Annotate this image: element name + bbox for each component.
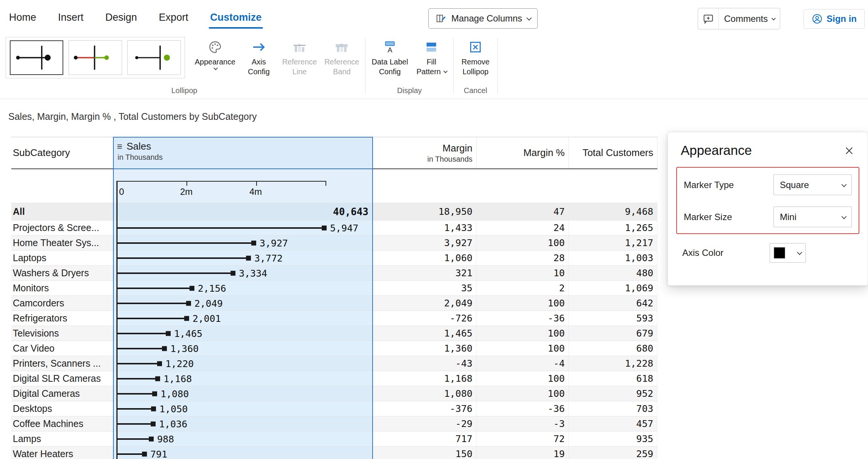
subcategory-cell[interactable]: Televisions bbox=[11, 326, 113, 341]
sales-cell[interactable]: 5,947 bbox=[113, 220, 373, 235]
sales-cell[interactable]: 3,927 bbox=[113, 236, 373, 250]
sales-cell[interactable]: 3,334 bbox=[113, 266, 373, 280]
sales-cell[interactable]: 1,220 bbox=[113, 356, 373, 371]
margin-pct-cell[interactable]: 72 bbox=[477, 431, 569, 446]
column-header-margin-pct[interactable]: Margin % bbox=[477, 137, 569, 168]
margin-cell[interactable]: 35 bbox=[373, 281, 477, 295]
marker-type-dropdown[interactable]: Square bbox=[773, 174, 852, 195]
margin-cell[interactable]: 1,433 bbox=[373, 220, 477, 235]
margin-pct-cell[interactable]: 28 bbox=[477, 251, 569, 265]
fill-pattern-button[interactable]: Fill Pattern bbox=[412, 37, 451, 76]
total-customers-cell[interactable]: 1,228 bbox=[569, 356, 657, 371]
lollipop-style-option-1[interactable] bbox=[10, 40, 63, 75]
total-customers-cell[interactable]: 935 bbox=[569, 431, 657, 446]
subcategory-cell[interactable]: Coffee Machines bbox=[11, 416, 113, 431]
total-customers-cell[interactable]: 1,265 bbox=[569, 220, 657, 235]
sales-cell[interactable]: 2,156 bbox=[113, 281, 373, 295]
total-customers-cell[interactable]: 1,003 bbox=[569, 251, 657, 265]
sales-cell[interactable]: 2,049 bbox=[113, 296, 373, 311]
column-header-sales[interactable]: Sales in Thousands bbox=[113, 137, 373, 168]
total-customers-cell[interactable]: 480 bbox=[569, 266, 657, 280]
column-header-subcategory[interactable]: SubCategory bbox=[11, 137, 113, 168]
subcategory-cell[interactable]: Washers & Dryers bbox=[11, 266, 113, 280]
margin-cell[interactable]: 1,080 bbox=[373, 386, 477, 401]
sales-cell[interactable]: 1,465 bbox=[113, 326, 373, 341]
subcategory-cell[interactable]: Projectors & Scree... bbox=[11, 220, 113, 235]
column-header-margin[interactable]: Margin in Thousands bbox=[373, 137, 477, 168]
menu-item-export[interactable]: Export bbox=[159, 0, 188, 35]
sales-cell[interactable]: 3,772 bbox=[113, 251, 373, 265]
close-icon[interactable] bbox=[843, 144, 856, 157]
subcategory-cell[interactable]: Camcorders bbox=[11, 296, 113, 311]
subcategory-cell[interactable]: Digital SLR Cameras bbox=[11, 371, 113, 386]
margin-cell[interactable]: 1,360 bbox=[373, 341, 477, 356]
margin-pct-cell[interactable]: 47 bbox=[477, 203, 569, 220]
axis-color-dropdown[interactable] bbox=[770, 243, 806, 263]
margin-cell[interactable]: -376 bbox=[373, 401, 477, 416]
margin-pct-cell[interactable]: 24 bbox=[477, 220, 569, 235]
sales-cell[interactable]: 1,036 bbox=[113, 416, 373, 431]
total-customers-cell[interactable]: 952 bbox=[569, 386, 657, 401]
margin-cell[interactable]: -43 bbox=[373, 356, 477, 371]
marker-size-dropdown[interactable]: Mini bbox=[773, 207, 852, 227]
margin-cell[interactable]: 1,465 bbox=[373, 326, 477, 341]
column-header-total-customers[interactable]: Total Customers bbox=[569, 137, 657, 168]
total-customers-cell[interactable]: 1,069 bbox=[569, 281, 657, 295]
margin-cell[interactable]: 3,927 bbox=[373, 236, 477, 250]
subcategory-cell[interactable]: Lamps bbox=[11, 431, 113, 446]
margin-pct-cell[interactable]: -36 bbox=[477, 401, 569, 416]
total-customers-cell[interactable]: 680 bbox=[569, 341, 657, 356]
manage-columns-button[interactable]: Manage Columns bbox=[428, 8, 538, 29]
total-customers-cell[interactable]: 593 bbox=[569, 311, 657, 326]
margin-pct-cell[interactable]: 100 bbox=[477, 341, 569, 356]
subcategory-cell[interactable]: All bbox=[11, 203, 113, 220]
subcategory-cell[interactable]: Monitors bbox=[11, 281, 113, 295]
sales-cell[interactable]: 988 bbox=[113, 431, 373, 446]
subcategory-cell[interactable]: Water Heaters bbox=[11, 447, 113, 459]
subcategory-cell[interactable]: Home Theater Sys... bbox=[11, 236, 113, 250]
reference-band-button[interactable]: Reference Band bbox=[321, 37, 363, 76]
reference-line-button[interactable]: Reference Line bbox=[278, 37, 321, 76]
menu-item-design[interactable]: Design bbox=[105, 0, 137, 35]
margin-pct-cell[interactable]: 100 bbox=[477, 386, 569, 401]
total-customers-cell[interactable]: 1,217 bbox=[569, 236, 657, 250]
lollipop-style-option-2[interactable] bbox=[69, 40, 122, 75]
total-customers-cell[interactable]: 9,468 bbox=[569, 203, 657, 220]
margin-cell[interactable]: 18,950 bbox=[373, 203, 477, 220]
subcategory-cell[interactable]: Refrigerators bbox=[11, 311, 113, 326]
menu-item-customize[interactable]: Customize bbox=[210, 0, 262, 35]
margin-pct-cell[interactable]: 19 bbox=[477, 447, 569, 459]
margin-cell[interactable]: 717 bbox=[373, 431, 477, 446]
sales-cell[interactable]: 1,080 bbox=[113, 386, 373, 401]
margin-pct-cell[interactable]: 2 bbox=[477, 281, 569, 295]
subcategory-cell[interactable]: Printers, Scanners ... bbox=[11, 356, 113, 371]
total-customers-cell[interactable]: 642 bbox=[569, 296, 657, 311]
margin-pct-cell[interactable]: 10 bbox=[477, 266, 569, 280]
sales-cell[interactable]: 40,643 bbox=[113, 203, 373, 220]
margin-pct-cell[interactable]: 100 bbox=[477, 326, 569, 341]
subcategory-cell[interactable]: Desktops bbox=[11, 401, 113, 416]
sales-cell[interactable]: 2,001 bbox=[113, 311, 373, 326]
appearance-button[interactable]: Appearance bbox=[191, 37, 239, 70]
margin-pct-cell[interactable]: 100 bbox=[477, 371, 569, 386]
sales-cell[interactable]: 1,050 bbox=[113, 401, 373, 416]
margin-cell[interactable]: 321 bbox=[373, 266, 477, 280]
margin-cell[interactable]: 2,049 bbox=[373, 296, 477, 311]
sales-cell[interactable]: 1,360 bbox=[113, 341, 373, 356]
margin-pct-cell[interactable]: -4 bbox=[477, 356, 569, 371]
margin-pct-cell[interactable]: 100 bbox=[477, 296, 569, 311]
axis-config-button[interactable]: Axis Config bbox=[239, 37, 278, 76]
margin-pct-cell[interactable]: 100 bbox=[477, 236, 569, 250]
subcategory-cell[interactable]: Digital Cameras bbox=[11, 386, 113, 401]
data-label-config-button[interactable]: A Data Label Config bbox=[368, 37, 412, 76]
total-customers-cell[interactable]: 618 bbox=[569, 371, 657, 386]
sales-cell[interactable]: 1,168 bbox=[113, 371, 373, 386]
margin-cell[interactable]: -29 bbox=[373, 416, 477, 431]
sales-cell[interactable]: 791 bbox=[113, 447, 373, 459]
subcategory-cell[interactable]: Car Video bbox=[11, 341, 113, 356]
lollipop-style-option-3[interactable] bbox=[127, 40, 181, 75]
remove-lollipop-button[interactable]: Remove Lollipop bbox=[456, 37, 495, 76]
margin-cell[interactable]: -726 bbox=[373, 311, 477, 326]
total-customers-cell[interactable]: 259 bbox=[569, 447, 657, 459]
total-customers-cell[interactable]: 457 bbox=[569, 416, 657, 431]
